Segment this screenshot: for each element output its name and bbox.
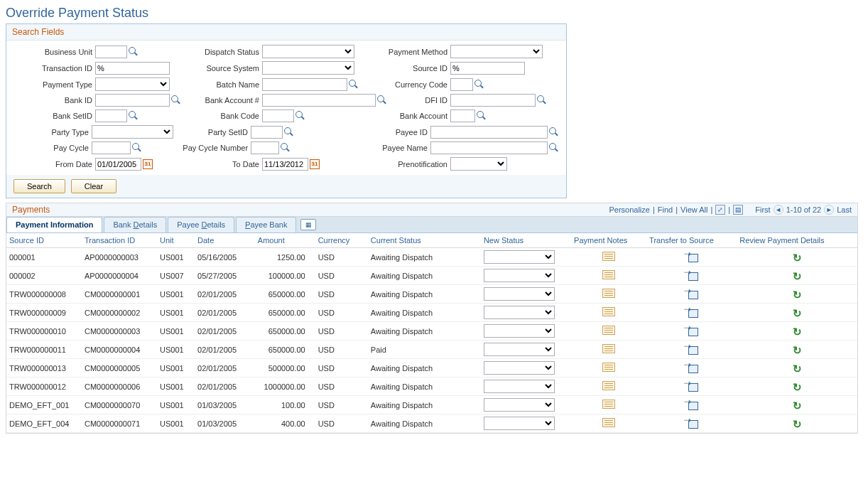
- review-payment-details-icon[interactable]: ↻: [791, 252, 803, 263]
- col-header-review[interactable]: Review Payment Details: [737, 233, 857, 248]
- transfer-to-source-icon[interactable]: [685, 417, 698, 429]
- zoom-icon[interactable]: ⤢: [715, 205, 725, 215]
- lookup-icon[interactable]: [537, 95, 547, 105]
- find-link[interactable]: Find: [658, 205, 673, 214]
- payment-notes-icon[interactable]: [602, 418, 615, 427]
- lookup-icon[interactable]: [132, 143, 142, 153]
- review-payment-details-icon[interactable]: ↻: [791, 307, 803, 318]
- tab-bank-details[interactable]: Bank Details: [104, 217, 166, 232]
- transfer-to-source-icon[interactable]: [685, 362, 698, 373]
- new-status-select[interactable]: [484, 306, 555, 319]
- pay-cycle-input[interactable]: [92, 141, 131, 154]
- clear-button[interactable]: Clear: [71, 179, 116, 193]
- review-payment-details-icon[interactable]: ↻: [791, 381, 803, 392]
- batch-name-input[interactable]: [262, 78, 347, 91]
- nav-last[interactable]: Last: [837, 205, 852, 214]
- bank-account-num-input[interactable]: [262, 94, 376, 107]
- col-header-currency[interactable]: Currency: [315, 233, 368, 248]
- col-header-payment-notes[interactable]: Payment Notes: [571, 233, 646, 248]
- review-payment-details-icon[interactable]: ↻: [791, 418, 803, 429]
- new-status-select[interactable]: [484, 269, 555, 282]
- lookup-icon[interactable]: [129, 111, 139, 121]
- review-payment-details-icon[interactable]: ↻: [791, 270, 803, 282]
- col-header-transaction-id[interactable]: Transaction ID: [82, 233, 157, 248]
- pay-cycle-number-input[interactable]: [251, 141, 279, 154]
- lookup-icon[interactable]: [549, 143, 559, 153]
- calendar-icon[interactable]: 31: [143, 159, 153, 169]
- dispatch-status-select[interactable]: [262, 45, 354, 58]
- tab-payment-information[interactable]: Payment Information: [6, 217, 102, 232]
- nav-prev-icon[interactable]: ◄: [774, 205, 783, 215]
- payment-notes-icon[interactable]: [602, 270, 615, 279]
- review-payment-details-icon[interactable]: ↻: [791, 400, 803, 411]
- lookup-icon[interactable]: [171, 95, 181, 105]
- bank-setid-input[interactable]: [95, 109, 127, 122]
- transfer-to-source-icon[interactable]: [685, 306, 698, 318]
- download-icon[interactable]: ▤: [733, 205, 743, 215]
- payee-name-input[interactable]: [430, 141, 548, 154]
- lookup-icon[interactable]: [549, 127, 559, 137]
- transfer-to-source-icon[interactable]: [685, 380, 698, 392]
- transfer-to-source-icon[interactable]: [685, 325, 698, 336]
- payment-notes-icon[interactable]: [602, 307, 615, 316]
- col-header-source-id[interactable]: Source ID: [6, 233, 82, 248]
- payment-method-select[interactable]: [450, 45, 543, 58]
- lookup-icon[interactable]: [377, 95, 387, 105]
- calendar-icon[interactable]: 31: [310, 159, 320, 169]
- from-date-input[interactable]: [95, 158, 141, 171]
- transfer-to-source-icon[interactable]: [685, 343, 698, 355]
- new-status-select[interactable]: [484, 417, 555, 430]
- lookup-icon[interactable]: [477, 111, 487, 121]
- col-header-transfer[interactable]: Transfer to Source: [646, 233, 737, 248]
- lookup-icon[interactable]: [281, 143, 291, 153]
- payment-notes-icon[interactable]: [602, 344, 615, 353]
- review-payment-details-icon[interactable]: ↻: [791, 289, 803, 300]
- search-button[interactable]: Search: [13, 179, 65, 193]
- lookup-icon[interactable]: [284, 127, 294, 137]
- show-all-columns-icon[interactable]: ▦: [300, 219, 316, 230]
- col-header-new-status[interactable]: New Status: [481, 233, 571, 248]
- review-payment-details-icon[interactable]: ↻: [791, 363, 803, 374]
- source-system-select[interactable]: [262, 61, 354, 75]
- new-status-select[interactable]: [484, 398, 555, 412]
- transfer-to-source-icon[interactable]: [685, 269, 698, 281]
- payee-id-input[interactable]: [430, 126, 548, 139]
- new-status-select[interactable]: [484, 380, 555, 393]
- col-header-unit[interactable]: Unit: [157, 233, 195, 248]
- business-unit-input[interactable]: [95, 45, 127, 58]
- party-type-select[interactable]: [92, 125, 173, 139]
- payment-notes-icon[interactable]: [602, 400, 615, 409]
- nav-first[interactable]: First: [755, 205, 770, 214]
- new-status-select[interactable]: [484, 361, 555, 375]
- new-status-select[interactable]: [484, 343, 555, 356]
- col-header-current-status[interactable]: Current Status: [368, 233, 481, 248]
- lookup-icon[interactable]: [474, 80, 484, 90]
- new-status-select[interactable]: [484, 287, 555, 301]
- payment-notes-icon[interactable]: [602, 252, 615, 261]
- lookup-icon[interactable]: [295, 111, 305, 121]
- tab-payee-bank[interactable]: Payee Bank: [236, 217, 296, 232]
- currency-code-input[interactable]: [450, 78, 473, 91]
- view-all-link[interactable]: View All: [680, 205, 707, 214]
- dfi-id-input[interactable]: [450, 94, 536, 107]
- to-date-input[interactable]: [262, 158, 308, 171]
- col-header-amount[interactable]: Amount: [255, 233, 315, 248]
- source-id-input[interactable]: [450, 62, 525, 75]
- bank-code-input[interactable]: [262, 109, 294, 122]
- payment-notes-icon[interactable]: [602, 381, 615, 390]
- transfer-to-source-icon[interactable]: [685, 399, 698, 410]
- tab-payee-details[interactable]: Payee Details: [168, 217, 234, 232]
- transaction-id-input[interactable]: [95, 62, 170, 75]
- col-header-date[interactable]: Date: [195, 233, 255, 248]
- bank-id-input[interactable]: [95, 94, 170, 107]
- nav-next-icon[interactable]: ►: [824, 205, 834, 215]
- lookup-icon[interactable]: [349, 80, 359, 90]
- payment-notes-icon[interactable]: [602, 289, 615, 298]
- new-status-select[interactable]: [484, 250, 555, 264]
- prenotification-select[interactable]: [450, 157, 507, 171]
- party-setid-input[interactable]: [251, 126, 283, 139]
- transfer-to-source-icon[interactable]: [685, 288, 698, 299]
- payment-notes-icon[interactable]: [602, 363, 615, 372]
- transfer-to-source-icon[interactable]: [685, 251, 698, 262]
- bank-account-input[interactable]: [450, 109, 475, 122]
